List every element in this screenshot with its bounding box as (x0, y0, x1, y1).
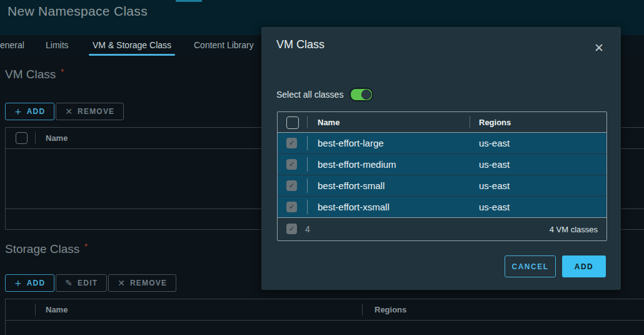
check-icon: ✓ (289, 139, 294, 147)
storage-class-add-label: ADD (27, 279, 46, 287)
row-regions: us-east (479, 138, 510, 148)
table-row[interactable]: ✓ best-effort-large us-east (278, 133, 606, 154)
row-checkbox-checked[interactable]: ✓ (286, 202, 297, 212)
vm-class-remove-button[interactable]: ✕ REMOVE (56, 103, 124, 120)
storage-class-add-button[interactable]: + ADD (5, 274, 54, 292)
screen: New Namespace Class eneral Limits VM & S… (0, 0, 644, 335)
modal-table-footer: ✓ 4 4 VM classes (278, 217, 606, 240)
modal-vm-class-table: Name Regions ✓ best-effort-large us-east… (277, 111, 607, 241)
storage-class-remove-button[interactable]: ✕ REMOVE (108, 274, 176, 292)
column-divider (307, 116, 308, 128)
modal-name-column-header: Name (318, 118, 340, 127)
modal-button-row: CANCEL ADD (261, 255, 606, 277)
row-checkbox-checked[interactable]: ✓ (286, 159, 297, 170)
tab-content-library[interactable]: Content Library (194, 40, 254, 50)
table-row[interactable]: ✓ best-effort-small us-east (278, 175, 606, 197)
column-divider (35, 304, 36, 316)
column-divider (35, 132, 36, 144)
required-asterisk: * (84, 242, 88, 251)
vm-class-remove-label: REMOVE (78, 107, 114, 116)
vm-class-title-text: VM Class (5, 68, 56, 81)
close-icon[interactable]: ✕ (594, 42, 604, 54)
top-accent-bar (176, 0, 202, 2)
toggle-knob (361, 90, 371, 100)
modal-table-header: Name Regions (278, 112, 606, 133)
storage-class-name-column-header: Name (46, 305, 68, 314)
row-checkbox-checked[interactable]: ✓ (286, 138, 297, 148)
footer-checkbox-checked[interactable]: ✓ (286, 224, 297, 234)
select-all-checkbox[interactable] (16, 132, 28, 144)
storage-class-edit-label: EDIT (78, 279, 98, 287)
vm-class-modal: VM Class ✕ Select all classes Name Regio… (261, 27, 621, 290)
vm-class-name-column-header: Name (46, 133, 68, 143)
tab-limits[interactable]: Limits (46, 40, 69, 50)
check-icon: ✓ (289, 203, 294, 211)
storage-class-table-header: Name Regions (6, 299, 644, 321)
modal-title: VM Class (276, 38, 325, 51)
plus-icon: + (14, 278, 22, 288)
row-name: best-effort-small (318, 180, 385, 191)
check-icon: ✓ (289, 160, 294, 168)
storage-class-remove-label: REMOVE (130, 279, 167, 287)
modal-regions-column-header: Regions (479, 118, 511, 127)
vm-class-add-label: ADD (27, 107, 46, 116)
vm-class-add-button[interactable]: + ADD (5, 103, 54, 120)
select-all-toggle[interactable] (350, 88, 373, 101)
row-regions: us-east (479, 180, 510, 191)
pencil-icon: ✎ (65, 278, 73, 288)
storage-class-toolbar: + ADD ✎ EDIT ✕ REMOVE (5, 274, 178, 292)
row-regions: us-east (479, 202, 510, 212)
check-icon: ✓ (289, 225, 294, 233)
select-all-rows-checkbox[interactable] (286, 116, 299, 129)
row-checkbox-checked[interactable]: ✓ (286, 180, 297, 191)
selected-count: 4 (305, 224, 310, 234)
table-row[interactable]: ✓ best-effort-xsmall us-east (278, 197, 606, 217)
row-regions: us-east (479, 159, 510, 170)
storage-class-regions-column-header: Regions (375, 305, 406, 314)
table-row[interactable]: ✓ best-effort-medium us-east (278, 154, 606, 175)
column-divider (307, 178, 308, 193)
vm-class-section-title: VM Class* (5, 68, 64, 81)
column-divider (307, 200, 308, 214)
page-title: New Namespace Class (8, 4, 148, 19)
column-divider (470, 116, 470, 128)
column-divider (362, 304, 363, 316)
plus-icon: + (14, 106, 22, 116)
row-name: best-effort-xsmall (318, 202, 390, 212)
close-x-icon: ✕ (118, 278, 125, 288)
vm-class-toolbar: + ADD ✕ REMOVE (5, 103, 125, 120)
storage-class-title-text: Storage Class (5, 242, 79, 255)
check-icon: ✓ (289, 182, 294, 190)
row-count-summary: 4 VM classes (550, 225, 598, 234)
storage-class-table: Name Regions (5, 299, 644, 335)
tab-general[interactable]: eneral (0, 40, 24, 50)
active-tab-underline (89, 54, 175, 56)
column-divider (307, 157, 308, 172)
close-x-icon: ✕ (65, 106, 73, 116)
add-button[interactable]: ADD (562, 255, 606, 277)
column-divider (307, 136, 308, 150)
select-all-label: Select all classes (276, 90, 343, 100)
row-name: best-effort-large (318, 138, 384, 148)
required-asterisk: * (61, 68, 64, 76)
storage-class-edit-button[interactable]: ✎ EDIT (56, 274, 107, 292)
select-all-row: Select all classes (276, 88, 373, 101)
cancel-button[interactable]: CANCEL (505, 255, 556, 277)
row-name: best-effort-medium (318, 159, 396, 170)
tab-vm-storage-class[interactable]: VM & Storage Class (93, 40, 171, 50)
storage-class-section-title: Storage Class* (5, 242, 88, 256)
